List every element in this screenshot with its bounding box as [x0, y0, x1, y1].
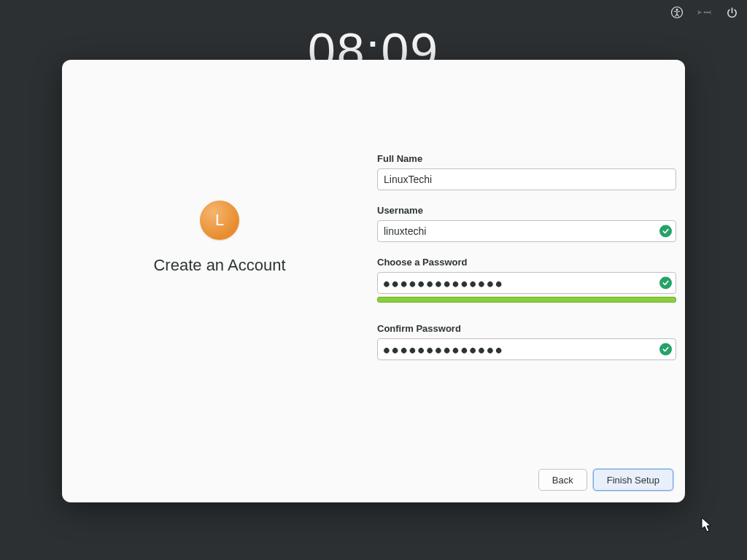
- fullname-label: Full Name: [377, 153, 676, 164]
- checkmark-icon: [659, 343, 672, 356]
- avatar-letter: L: [215, 211, 224, 230]
- svg-point-1: [676, 9, 678, 10]
- mouse-cursor: [701, 517, 713, 533]
- username-label: Username: [377, 205, 676, 216]
- password-group: Choose a Password: [377, 257, 676, 303]
- confirm-input[interactable]: [377, 338, 676, 360]
- username-group: Username: [377, 205, 676, 242]
- svg-point-2: [704, 12, 705, 13]
- page-title: Create an Account: [153, 256, 285, 275]
- network-icon[interactable]: [697, 7, 713, 18]
- username-input[interactable]: [377, 220, 676, 242]
- button-row: Back Finish Setup: [538, 469, 673, 491]
- password-strength-bar: [377, 297, 676, 303]
- setup-dialog: L Create an Account Full Name Username C…: [62, 60, 685, 502]
- password-label: Choose a Password: [377, 257, 676, 268]
- finish-setup-button[interactable]: Finish Setup: [593, 469, 673, 491]
- checkmark-icon: [659, 225, 672, 238]
- left-pane: L Create an Account: [62, 60, 377, 502]
- fullname-input[interactable]: [377, 168, 676, 190]
- confirm-label: Confirm Password: [377, 323, 676, 334]
- fullname-group: Full Name: [377, 153, 676, 190]
- password-input[interactable]: [377, 272, 676, 294]
- back-button[interactable]: Back: [538, 469, 587, 491]
- svg-point-3: [706, 12, 708, 13]
- avatar[interactable]: L: [200, 201, 239, 240]
- topbar: [670, 6, 738, 19]
- accessibility-icon[interactable]: [670, 6, 684, 19]
- confirm-group: Confirm Password: [377, 323, 676, 360]
- form-pane: Full Name Username Choose a Password: [377, 60, 685, 502]
- checkmark-icon: [659, 277, 672, 289]
- power-icon[interactable]: [726, 7, 738, 19]
